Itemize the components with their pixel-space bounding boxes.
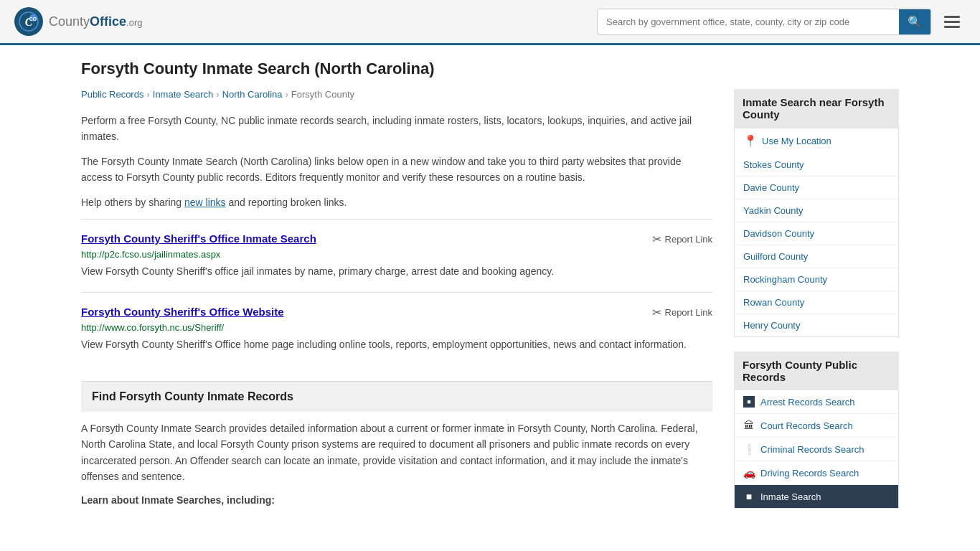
sidebar-county-link-3[interactable]: Davidson County bbox=[743, 228, 814, 239]
content-sidebar: Inmate Search near Forsyth County 📍 Use … bbox=[734, 89, 899, 523]
new-links-link[interactable]: new links bbox=[184, 197, 226, 208]
result-item-1: Forsyth County Sheriff's Office Inmate S… bbox=[81, 219, 712, 286]
desc-para3-prefix: Help others by sharing bbox=[81, 197, 184, 208]
sidebar-records-title: Forsyth County Public Records bbox=[734, 352, 899, 390]
logo-tld: .org bbox=[126, 17, 142, 28]
sidebar-county-item-7[interactable]: Henry County bbox=[735, 314, 898, 336]
sidebar-records-list: ■ Arrest Records Search 🏛 Court Records … bbox=[734, 390, 899, 509]
sidebar-records-section: Forsyth County Public Records ■ Arrest R… bbox=[734, 352, 899, 509]
content-main: Public Records › Inmate Search › North C… bbox=[81, 89, 712, 523]
main-container: Forsyth County Inmate Search (North Caro… bbox=[60, 45, 920, 537]
inmate-search-link[interactable]: Inmate Search bbox=[760, 491, 821, 502]
breadcrumb: Public Records › Inmate Search › North C… bbox=[81, 89, 712, 100]
breadcrumb-public-records[interactable]: Public Records bbox=[81, 89, 143, 100]
report-label-1: Report Link bbox=[665, 234, 712, 245]
breadcrumb-sep-1: › bbox=[146, 89, 149, 100]
result-desc-1: View Forsyth County Sheriff's office jai… bbox=[81, 264, 712, 279]
arrest-records-link[interactable]: Arrest Records Search bbox=[760, 397, 855, 408]
sidebar-county-link-1[interactable]: Davie County bbox=[743, 182, 799, 193]
court-records-link[interactable]: Court Records Search bbox=[760, 420, 853, 431]
breadcrumb-north-carolina[interactable]: North Carolina bbox=[222, 89, 283, 100]
desc-para2: The Forsyth County Inmate Search (North … bbox=[81, 154, 712, 186]
sidebar-county-link-6[interactable]: Rowan County bbox=[743, 297, 804, 308]
breadcrumb-sep-2: › bbox=[216, 89, 219, 100]
result-title-2[interactable]: Forsyth County Sheriff's Office Website bbox=[81, 306, 284, 318]
result-desc-2: View Forsyth County Sheriff's Office hom… bbox=[81, 337, 712, 352]
driving-records-link[interactable]: Driving Records Search bbox=[760, 468, 859, 479]
sidebar-nearby-section: Inmate Search near Forsyth County 📍 Use … bbox=[734, 89, 899, 337]
header-right: 🔍 bbox=[597, 9, 966, 35]
find-section-heading: Find Forsyth County Inmate Records bbox=[81, 381, 712, 412]
breadcrumb-sep-3: › bbox=[286, 89, 288, 100]
arrest-records-icon: ■ bbox=[743, 396, 755, 408]
use-location-link[interactable]: Use My Location bbox=[762, 136, 831, 146]
sidebar-county-item-6[interactable]: Rowan County bbox=[735, 291, 898, 314]
sidebar-record-2[interactable]: ❕ Criminal Records Search bbox=[735, 438, 898, 461]
page-title: Forsyth County Inmate Search (North Caro… bbox=[81, 60, 899, 78]
sidebar-county-item-2[interactable]: Yadkin County bbox=[735, 199, 898, 222]
criminal-records-link[interactable]: Criminal Records Search bbox=[760, 444, 864, 455]
breadcrumb-inmate-search[interactable]: Inmate Search bbox=[153, 89, 214, 100]
report-icon-2: ✂ bbox=[652, 306, 661, 319]
driving-records-icon: 🚗 bbox=[743, 467, 755, 479]
sidebar-county-link-0[interactable]: Stokes County bbox=[743, 159, 804, 170]
court-records-icon: 🏛 bbox=[743, 420, 755, 431]
result-header-2: Forsyth County Sheriff's Office Website … bbox=[81, 306, 712, 319]
menu-button[interactable] bbox=[938, 13, 966, 31]
sidebar-county-item-1[interactable]: Davie County bbox=[735, 176, 898, 199]
report-label-2: Report Link bbox=[665, 307, 712, 318]
find-section-body: A Forsyth County Inmate Search provides … bbox=[81, 420, 712, 508]
desc-para1: Perform a free Forsyth County, NC public… bbox=[81, 113, 712, 145]
result-url-2: http://www.co.forsyth.nc.us/Sheriff/ bbox=[81, 322, 712, 333]
sidebar-county-link-2[interactable]: Yadkin County bbox=[743, 205, 804, 216]
logo-icon: C CO bbox=[14, 7, 43, 36]
menu-icon-line1 bbox=[944, 16, 960, 18]
pin-icon: 📍 bbox=[743, 134, 758, 148]
search-button[interactable]: 🔍 bbox=[899, 9, 930, 34]
content-layout: Public Records › Inmate Search › North C… bbox=[81, 89, 899, 523]
criminal-records-icon: ❕ bbox=[743, 443, 755, 455]
learn-heading: Learn about Inmate Searches, including: bbox=[81, 492, 712, 508]
sidebar-record-3[interactable]: 🚗 Driving Records Search bbox=[735, 461, 898, 485]
sidebar-nearby-title: Inmate Search near Forsyth County bbox=[734, 89, 899, 128]
search-bar: 🔍 bbox=[597, 9, 931, 35]
report-link-2[interactable]: ✂ Report Link bbox=[652, 306, 712, 319]
result-title-1[interactable]: Forsyth County Sheriff's Office Inmate S… bbox=[81, 232, 316, 245]
site-header: C CO CountyOffice.org 🔍 bbox=[0, 0, 980, 45]
menu-icon-line2 bbox=[944, 21, 960, 23]
logo-office: Office bbox=[90, 14, 126, 29]
sidebar-record-1[interactable]: 🏛 Court Records Search bbox=[735, 414, 898, 438]
svg-text:CO: CO bbox=[29, 17, 37, 22]
report-link-1[interactable]: ✂ Report Link bbox=[652, 232, 712, 246]
search-icon: 🔍 bbox=[908, 16, 922, 28]
menu-icon-line3 bbox=[944, 26, 960, 28]
sidebar-county-list: Stokes County Davie County Yadkin County… bbox=[734, 154, 899, 337]
site-name: CountyOffice.org bbox=[49, 14, 142, 29]
result-url-1: http://p2c.fcso.us/jailinmates.aspx bbox=[81, 249, 712, 260]
logo-text-county: County bbox=[49, 14, 90, 29]
sidebar-county-item-0[interactable]: Stokes County bbox=[735, 154, 898, 176]
sidebar-county-item-4[interactable]: Guilford County bbox=[735, 245, 898, 268]
sidebar-county-link-7[interactable]: Henry County bbox=[743, 320, 800, 331]
report-icon-1: ✂ bbox=[652, 232, 661, 246]
description-block: Perform a free Forsyth County, NC public… bbox=[81, 113, 712, 210]
find-section-para1: A Forsyth County Inmate Search provides … bbox=[81, 420, 712, 485]
sidebar-county-item-5[interactable]: Rockingham County bbox=[735, 268, 898, 291]
desc-para3: Help others by sharing new links and rep… bbox=[81, 194, 712, 210]
sidebar-record-0[interactable]: ■ Arrest Records Search bbox=[735, 390, 898, 414]
search-input[interactable] bbox=[598, 11, 899, 33]
inmate-search-icon: ■ bbox=[743, 491, 755, 502]
desc-para3-suffix: and reporting broken links. bbox=[226, 197, 347, 208]
sidebar-county-link-5[interactable]: Rockingham County bbox=[743, 274, 827, 285]
logo-area: C CO CountyOffice.org bbox=[14, 7, 142, 36]
result-header-1: Forsyth County Sheriff's Office Inmate S… bbox=[81, 232, 712, 246]
sidebar-county-link-4[interactable]: Guilford County bbox=[743, 251, 808, 262]
sidebar-county-item-3[interactable]: Davidson County bbox=[735, 222, 898, 245]
sidebar-record-4[interactable]: ■ Inmate Search bbox=[735, 485, 898, 508]
use-location-row[interactable]: 📍 Use My Location bbox=[734, 128, 899, 154]
breadcrumb-forsyth-county: Forsyth County bbox=[291, 89, 354, 100]
result-item-2: Forsyth County Sheriff's Office Website … bbox=[81, 292, 712, 359]
